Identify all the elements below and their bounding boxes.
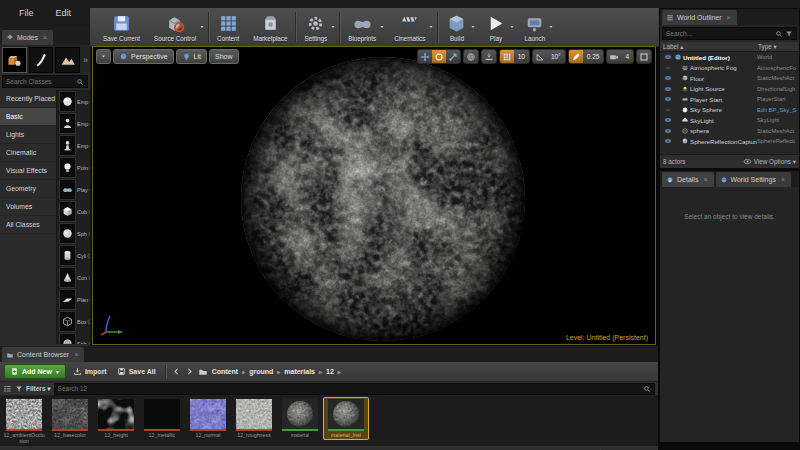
content-browser-tab[interactable]: Content Browser × bbox=[2, 347, 84, 362]
breadcrumb-materials[interactable]: materials bbox=[284, 368, 315, 375]
scale-tool-button[interactable] bbox=[446, 50, 460, 63]
scale-snap-value[interactable]: 0.25 bbox=[583, 53, 604, 60]
place-mode-tab[interactable] bbox=[2, 47, 27, 73]
cinematics-button[interactable]: Cinematics bbox=[387, 8, 432, 46]
chevron-down-icon[interactable] bbox=[470, 24, 476, 30]
outliner-row-light-source[interactable]: Light Source DirectionalLigh bbox=[660, 84, 799, 95]
list-view-icon[interactable] bbox=[3, 384, 12, 393]
placeable-item-empty-actor[interactable]: Emp bbox=[59, 91, 90, 112]
type-column-header[interactable]: Type ▾ bbox=[758, 43, 796, 50]
outliner-row-sphera[interactable]: sphera StaticMeshAct bbox=[660, 126, 799, 137]
chevron-down-icon[interactable] bbox=[199, 24, 205, 30]
select-move-tool-button[interactable] bbox=[418, 50, 432, 63]
grid-snap-toggle[interactable] bbox=[500, 50, 514, 63]
save-current-button[interactable]: Save Current bbox=[96, 8, 147, 46]
lit-mode-button[interactable]: Lit bbox=[176, 49, 207, 64]
mode-category-basic[interactable]: Basic bbox=[0, 108, 56, 126]
close-icon[interactable]: × bbox=[43, 34, 47, 41]
menu-edit[interactable]: Edit bbox=[47, 5, 81, 21]
placeable-item-player-start[interactable]: Play bbox=[59, 179, 90, 200]
folder-icon[interactable] bbox=[198, 367, 208, 377]
more-modes-chevron[interactable]: » bbox=[83, 55, 88, 65]
chevron-down-icon[interactable] bbox=[428, 24, 434, 30]
asset-12_height[interactable]: 12_height bbox=[94, 398, 138, 439]
paint-mode-tab[interactable] bbox=[29, 47, 54, 73]
outliner-row-floor[interactable]: Floor StaticMeshAct bbox=[660, 73, 799, 84]
surface-snap-toggle[interactable] bbox=[482, 50, 496, 63]
close-icon[interactable]: × bbox=[74, 351, 78, 358]
grid-snap-value[interactable]: 10 bbox=[514, 53, 529, 60]
add-new-button[interactable]: Add New ▼ bbox=[4, 364, 66, 379]
close-icon[interactable]: × bbox=[781, 176, 785, 183]
eye-open-icon[interactable] bbox=[662, 95, 673, 103]
outliner-row-skylight[interactable]: SkyLight SkyLight bbox=[660, 115, 799, 126]
placeable-item-empty-pawn[interactable]: Emp bbox=[59, 135, 90, 156]
source-control-button[interactable]: Source Control bbox=[147, 8, 203, 46]
tab-details[interactable]: Details× bbox=[662, 172, 714, 187]
mode-category-lights[interactable]: Lights bbox=[0, 126, 56, 144]
eye-open-icon[interactable] bbox=[662, 85, 673, 93]
rotation-snap-toggle[interactable] bbox=[533, 50, 547, 63]
placeable-item-box-trigger[interactable]: Box bbox=[59, 311, 90, 332]
asset-12_roughness[interactable]: 12_roughness bbox=[232, 398, 276, 439]
save-all-button[interactable]: Save All bbox=[114, 367, 159, 376]
mode-category-volumes[interactable]: Volumes bbox=[0, 198, 56, 216]
marketplace-button[interactable]: Marketplace bbox=[246, 8, 294, 46]
asset-material_inst[interactable]: material_Inst bbox=[324, 398, 368, 439]
modes-panel-tab[interactable]: Modes × bbox=[2, 30, 53, 45]
mode-category-visual-effects[interactable]: Visual Effects bbox=[0, 162, 56, 180]
camera-speed-button[interactable] bbox=[607, 50, 621, 63]
viewport-options-dropdown[interactable] bbox=[96, 49, 111, 64]
eye-open-icon[interactable] bbox=[662, 116, 673, 124]
placeable-item-cube[interactable]: Cub bbox=[59, 201, 90, 222]
breadcrumb-content[interactable]: Content bbox=[212, 368, 238, 375]
outliner-view-options-button[interactable]: View Options ▾ bbox=[743, 157, 796, 166]
rotate-tool-button[interactable] bbox=[432, 50, 446, 63]
eye-closed-icon[interactable] bbox=[662, 106, 673, 114]
eye-open-icon[interactable] bbox=[662, 74, 673, 82]
tab-world-settings[interactable]: World Settings× bbox=[716, 172, 791, 187]
edit-blueprint-link[interactable]: Edit BP_Sky_S bbox=[757, 107, 797, 113]
outliner-row-spherereflectioncapture[interactable]: SphereReflectionCapture SphereReflecti bbox=[660, 136, 799, 147]
menu-file[interactable]: File bbox=[10, 5, 43, 21]
mode-category-geometry[interactable]: Geometry bbox=[0, 180, 56, 198]
label-column-header[interactable]: Label ▴ bbox=[663, 43, 758, 50]
rotation-snap-value[interactable]: 10° bbox=[547, 53, 565, 60]
outliner-row-sky-sphere[interactable]: Sky Sphere Edit BP_Sky_S bbox=[660, 105, 799, 116]
world-outliner-tab[interactable]: World Outliner × bbox=[662, 10, 737, 25]
chevron-down-icon[interactable] bbox=[548, 24, 554, 30]
asset-12_normal[interactable]: 12_normal bbox=[186, 398, 230, 439]
placeable-item-cylinder[interactable]: Cyli bbox=[59, 245, 90, 266]
placeable-item-sphere[interactable]: Sph bbox=[59, 223, 90, 244]
eye-open-icon[interactable] bbox=[662, 127, 673, 135]
import-button[interactable]: Import bbox=[70, 367, 110, 376]
launch-button[interactable]: Launch bbox=[517, 8, 552, 46]
eye-open-icon[interactable] bbox=[662, 53, 673, 61]
asset-search-input[interactable]: Search 12 bbox=[54, 383, 655, 395]
back-icon[interactable] bbox=[172, 367, 181, 376]
camera-speed-value[interactable]: 4 bbox=[621, 53, 633, 60]
mode-category-cinematic[interactable]: Cinematic bbox=[0, 144, 56, 162]
outliner-search-input[interactable]: Search... bbox=[662, 27, 797, 40]
eye-open-icon[interactable] bbox=[662, 137, 673, 145]
content-button[interactable]: Content bbox=[210, 8, 246, 46]
close-icon[interactable]: × bbox=[727, 14, 731, 21]
modes-search-input[interactable]: Search Classes bbox=[2, 75, 88, 88]
outliner-row-atmospheric-fog[interactable]: Atmospheric Fog AtmosphericFo bbox=[660, 63, 799, 74]
maximize-viewport-button[interactable] bbox=[637, 50, 651, 63]
landscape-mode-tab[interactable] bbox=[55, 47, 80, 73]
rock-sphere-mesh[interactable] bbox=[239, 55, 527, 343]
show-button[interactable]: Show bbox=[209, 49, 239, 64]
outliner-filter-icon[interactable] bbox=[785, 30, 793, 38]
blueprints-button[interactable]: Blueprints bbox=[341, 8, 383, 46]
mode-category-all-classes[interactable]: All Classes bbox=[0, 216, 56, 234]
placeable-item-cone[interactable]: Con bbox=[59, 267, 90, 288]
settings-button[interactable]: Settings bbox=[297, 8, 334, 46]
eye-closed-icon[interactable] bbox=[662, 64, 673, 72]
outliner-column-headers[interactable]: Label ▴ Type ▾ bbox=[660, 42, 799, 52]
breadcrumb-12[interactable]: 12 bbox=[326, 368, 334, 375]
asset-12_basecolor[interactable]: 12_basecolor bbox=[48, 398, 92, 439]
outliner-row-player-start[interactable]: Player Start PlayerStart bbox=[660, 94, 799, 105]
mode-category-recently-placed[interactable]: Recently Placed bbox=[0, 90, 56, 108]
outliner-row-untitled-editor-[interactable]: Untitled (Editor) World bbox=[660, 52, 799, 63]
